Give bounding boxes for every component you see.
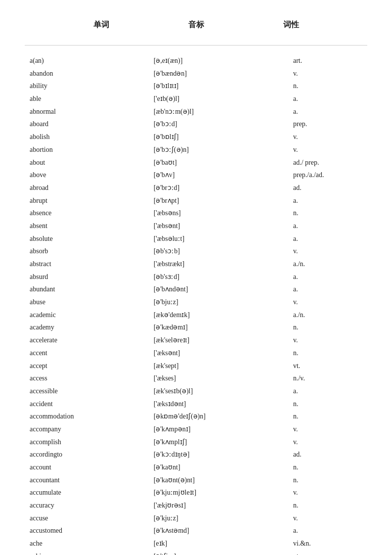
word-cell: accustomed xyxy=(25,524,152,537)
phonetic-cell: [ə'kɔːdɪŋtə] xyxy=(152,448,291,461)
table-row: a(an)[ə,eɪ(æn)]art. xyxy=(25,54,367,67)
table-row: abroad[ə'brɔːd]ad. xyxy=(25,182,367,194)
word-cell: accompany xyxy=(25,423,152,436)
word-cell: a(an) xyxy=(25,54,152,67)
phonetic-cell: [ə'brɔːd] xyxy=(152,182,291,194)
header-pos: 词性 xyxy=(283,20,299,30)
table-row: achieve[ə'tʃiːv]vt. xyxy=(25,550,367,555)
phonetic-cell: [ə,eɪ(æn)] xyxy=(152,54,291,67)
pos-cell: v. xyxy=(291,512,367,525)
pos-cell: prep./a./ad. xyxy=(291,169,367,182)
word-cell: abortion xyxy=(25,143,152,156)
pos-cell: a. xyxy=(291,283,367,296)
phonetic-cell: [ækə'demɪk] xyxy=(152,309,291,322)
pos-cell: a. xyxy=(291,385,367,398)
pos-cell: n. xyxy=(291,410,367,423)
pos-cell: n. xyxy=(291,321,367,334)
phonetic-cell: [ə'bʌndənt] xyxy=(152,283,291,296)
table-row: absorb[əb'sɔːb]v. xyxy=(25,245,367,258)
pos-cell: a. xyxy=(291,524,367,537)
pos-cell: vi.&n. xyxy=(291,537,367,550)
table-row: access['ækses]n./v. xyxy=(25,372,367,385)
word-cell: absence xyxy=(25,207,152,220)
phonetic-cell: ['æbsənt] xyxy=(152,220,291,232)
word-cell: accuracy xyxy=(25,499,152,512)
word-cell: accomplish xyxy=(25,436,152,449)
word-cell: about xyxy=(25,156,152,169)
word-cell: accept xyxy=(25,360,152,372)
phonetic-cell: ['ækses] xyxy=(152,372,291,385)
pos-cell: n. xyxy=(291,461,367,474)
table-row: accent['æksənt]n. xyxy=(25,347,367,360)
word-cell: absent xyxy=(25,220,152,232)
pos-cell: vt. xyxy=(291,360,367,372)
table-row: accordingto[ə'kɔːdɪŋtə]ad. xyxy=(25,448,367,461)
table-row: accuracy['ækjʊrəsɪ]n. xyxy=(25,499,367,512)
table-row: accumulate[ə'kjuːmjʊleɪt]v. xyxy=(25,486,367,499)
table-row: academy[ə'kædəmɪ]n. xyxy=(25,321,367,334)
word-cell: ability xyxy=(25,80,152,92)
pos-cell: ad. xyxy=(291,448,367,461)
table-row: abundant[ə'bʌndənt]a. xyxy=(25,283,367,296)
phonetic-cell: [əb'sɔːb] xyxy=(152,245,291,258)
table-row: abnormal[æb'nɔːm(ə)l]a. xyxy=(25,105,367,118)
table-row: accuse[ə'kjuːz]v. xyxy=(25,512,367,525)
phonetic-cell: [ə'kʌstəmd] xyxy=(152,524,291,537)
table-row: absurd[əb'sɜːd]a. xyxy=(25,271,367,283)
pos-cell: v. xyxy=(291,486,367,499)
word-cell: abundant xyxy=(25,283,152,296)
word-cell: account xyxy=(25,461,152,474)
table-row: absent['æbsənt]a. xyxy=(25,220,367,232)
table-row: ability[ə'bɪlɪtɪ]n. xyxy=(25,80,367,92)
phonetic-cell: [ə'bɒlɪʃ] xyxy=(152,131,291,143)
word-cell: academic xyxy=(25,309,152,322)
phonetic-cell: [ə'tʃiːv] xyxy=(152,550,291,555)
pos-cell: n. xyxy=(291,207,367,220)
pos-cell: a. xyxy=(291,105,367,118)
pos-cell: v. xyxy=(291,423,367,436)
table-row: abuse[ə'bjuːz]v. xyxy=(25,296,367,309)
pos-cell: v. xyxy=(291,436,367,449)
word-cell: accuse xyxy=(25,512,152,525)
word-cell: above xyxy=(25,169,152,182)
table-row: accomplish[ə'kʌmplɪʃ]v. xyxy=(25,436,367,449)
word-cell: accordingto xyxy=(25,448,152,461)
table-row: accelerate[æk'seləreɪt]v. xyxy=(25,334,367,347)
word-cell: abandon xyxy=(25,67,152,80)
pos-cell: a./n. xyxy=(291,309,367,322)
phonetic-cell: [ə'kjuːz] xyxy=(152,512,291,525)
table-row: accustomed[ə'kʌstəmd]a. xyxy=(25,524,367,537)
pos-cell: n. xyxy=(291,499,367,512)
word-cell: abnormal xyxy=(25,105,152,118)
phonetic-cell: [ə'kaʊnt(ə)nt] xyxy=(152,474,291,487)
phonetic-cell: ['eɪb(ə)l] xyxy=(152,92,291,105)
word-cell: absurd xyxy=(25,271,152,283)
header-divider xyxy=(25,45,367,46)
table-row: accident['æksɪdənt]n. xyxy=(25,398,367,411)
table-header: 单词 音标 词性 xyxy=(25,20,367,30)
pos-cell: ad./ prep. xyxy=(291,156,367,169)
word-cell: access xyxy=(25,372,152,385)
word-cell: accountant xyxy=(25,474,152,487)
phonetic-cell: ['æbsəluːt] xyxy=(152,232,291,245)
pos-cell: prep. xyxy=(291,118,367,131)
phonetic-cell: [əkɒmə'deɪʃ(ə)n] xyxy=(152,410,291,423)
pos-cell: a. xyxy=(291,220,367,232)
phonetic-cell: [æk'sept] xyxy=(152,360,291,372)
table-row: accountant[ə'kaʊnt(ə)nt]n. xyxy=(25,474,367,487)
phonetic-cell: ['æksɪdənt] xyxy=(152,398,291,411)
word-cell: accommodation xyxy=(25,410,152,423)
table-row: accompany[ə'kʌmpənɪ]v. xyxy=(25,423,367,436)
pos-cell: n./v. xyxy=(291,372,367,385)
word-cell: ache xyxy=(25,537,152,550)
word-cell: abstract xyxy=(25,258,152,271)
phonetic-cell: ['æksənt] xyxy=(152,347,291,360)
word-cell: accident xyxy=(25,398,152,411)
header-phonetic: 音标 xyxy=(188,20,204,30)
pos-cell: v. xyxy=(291,67,367,80)
phonetic-cell: [eɪk] xyxy=(152,537,291,550)
phonetic-cell: [ə'bændən] xyxy=(152,67,291,80)
vocabulary-table: a(an)[ə,eɪ(æn)]art.abandon[ə'bændən]v.ab… xyxy=(25,54,367,555)
table-row: account[ə'kaʊnt]n. xyxy=(25,461,367,474)
word-cell: accelerate xyxy=(25,334,152,347)
